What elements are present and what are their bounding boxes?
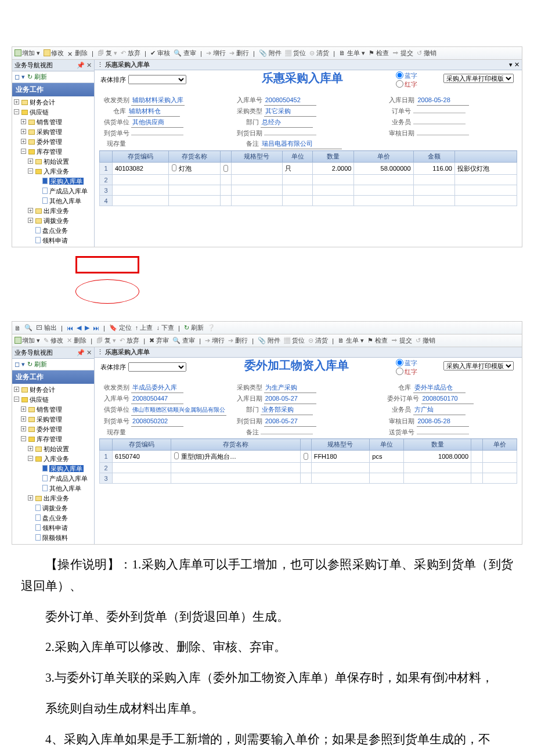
tree-in[interactable]: −入库业务 采购入库单 产成品入库单 其他入库单 [28, 167, 94, 206]
para-6: 4、采购入库单如果是手工新增的，则需要输入单价；如果是参照到货单生成的，不 [21, 729, 513, 750]
tree-stk[interactable]: −库存管理 +初始设置 −入库业务 采购入库单 产成品入库单 其他入库单 +出库… [21, 147, 94, 246]
nav-refresh[interactable]: ↻ 刷新 [27, 73, 47, 81]
btn-add[interactable]: 增加 ▾ [15, 336, 40, 345]
val-shrq [417, 135, 469, 135]
val-sflb[interactable]: 辅助材料采购入库 [131, 95, 185, 106]
btn-locate[interactable]: 🔖 定位 [109, 323, 132, 332]
screenshot-1: 增加 ▾ 修改 ✕删除 | 🗐 复 ▾ ↶ 放弃 | ✔ 审核 🔍 查审 | ➔… [12, 46, 522, 247]
col-spec[interactable]: 规格型号 [231, 151, 283, 163]
tmpl-select[interactable]: 采购入库单打印模版 [443, 74, 514, 83]
grid-row[interactable]: 3 [100, 185, 517, 196]
nav-prev[interactable]: ◀ [77, 324, 81, 332]
col-qty[interactable]: 数量 [313, 151, 354, 163]
grid-row[interactable]: 4 [100, 196, 517, 206]
main-panel-2: ⋮ 乐惠采购入库单 表体排序 委外加工物资入库单 蓝字 红字 采购入库单打印模版… [95, 347, 522, 544]
val-cglx[interactable]: 其它采购 [264, 106, 316, 117]
qbtn-2[interactable]: 🔍 [24, 324, 33, 332]
btn-edit[interactable]: 修改 [44, 49, 64, 57]
btn-del[interactable]: ✕删除 [67, 49, 88, 57]
tree-out[interactable]: +委外管理 [21, 137, 94, 147]
val-dhd [131, 135, 183, 135]
tree-cp[interactable]: 产成品入库单 [35, 186, 94, 196]
btn-delrow: ➔ 删行 [228, 336, 248, 345]
btn-undo: ↺ 撤销 [417, 49, 436, 57]
tree-sale[interactable]: +销售管理 [21, 117, 94, 127]
grid-2: 存货编码 存货名称 规格型号 单位 数量 单价 1 6150740 重型(细)升… [99, 438, 517, 484]
btn-check[interactable]: ⚑ 检查 [367, 336, 388, 345]
btn-addrow: ➔ 增行 [206, 49, 226, 57]
nav-next[interactable]: ▶ [85, 324, 89, 332]
radio-blue[interactable] [396, 71, 403, 79]
querybar: 🗎 🔍 ⮹ 输出 | ⏮ ◀ ▶ ⏭ | 🔖 定位 ↑ 上查 ↓ 下查 | ↻ … [12, 322, 522, 334]
lbl-dhd: 到货单号 [99, 128, 129, 138]
grid-row[interactable]: 3 [100, 473, 517, 484]
btn-make[interactable]: 🗎 生单 ▾ [338, 336, 364, 345]
para-2: 委外订单、委外到货单（到货退回单）生成。 [21, 606, 513, 628]
btn-undo: ↺ 撤销 [416, 336, 435, 345]
col-amt[interactable]: 金额 [413, 151, 454, 163]
radio-red[interactable] [396, 80, 403, 88]
tab-title: 乐惠采购入库单 [105, 60, 150, 69]
btn-down[interactable]: ↓ 下查 [156, 323, 174, 332]
tree-sc[interactable]: −供应链 +销售管理 +采购管理 +委外管理 −库存管理 +初始设置 −入库业务… [15, 107, 94, 246]
tree-fa[interactable]: +财务会计 [15, 98, 94, 107]
btn-check[interactable]: ⚑ 检查 [369, 49, 389, 57]
col-unit[interactable]: 单位 [283, 151, 313, 163]
qbtn-export[interactable]: ⮹ 输出 [36, 323, 57, 332]
val-rkdh[interactable]: 2008050452 [264, 95, 316, 106]
nav-first[interactable]: ⏮ [67, 325, 73, 332]
btn-up[interactable]: ↑ 上查 [135, 323, 153, 332]
btn-query[interactable]: 🔍 查审 [172, 336, 195, 345]
val-bm[interactable]: 总经办 [261, 117, 313, 128]
form-title: 乐惠采购入库单 [262, 70, 343, 86]
grid-1: 存货编码 存货名称 规格型号 单位 数量 单价 金额 1 40103082 灯泡… [99, 150, 517, 206]
grid-row[interactable]: 1 6150740 重型(细)升高炮台… FFH180 pcs 1008.000… [100, 451, 517, 463]
val-rkrq[interactable]: 2008-05-28 [417, 95, 469, 106]
btn-audit[interactable]: ✔ 审核 [150, 49, 170, 57]
tree-lq[interactable]: 领料申请 [28, 236, 94, 246]
btn-query[interactable]: 🔍 查审 [174, 49, 196, 57]
grid-row[interactable]: 2 [100, 463, 517, 473]
col-code[interactable]: 存货编码 [113, 151, 169, 163]
tree-adj[interactable]: +调拨业务 [28, 216, 94, 226]
grid-row[interactable]: 1 40103082 灯泡 只 2.0000 58.000000 116.00 … [100, 163, 517, 175]
tree-cg[interactable]: 采购入库单 [35, 177, 94, 186]
nav-last[interactable]: ⏭ [93, 325, 99, 332]
tree-outb[interactable]: +出库业务 [28, 206, 94, 216]
tab-menu[interactable]: ▾ ✕ [509, 61, 519, 69]
tree-buy[interactable]: +采购管理 [21, 127, 94, 137]
lbl-ywy: 业务员 [384, 117, 411, 127]
tree-init[interactable]: +初始设置 [28, 157, 94, 167]
col-price[interactable]: 单价 [354, 151, 413, 163]
lbl-dhrq: 到货日期 [232, 128, 262, 138]
clip-icon [223, 164, 229, 172]
btn-add[interactable]: 增加 ▾ [15, 49, 40, 57]
val-gh[interactable]: 其他供应商 [131, 117, 183, 128]
tree-qt[interactable]: 其他入库单 [35, 196, 94, 206]
drag-handle[interactable]: ⋮ [97, 61, 103, 69]
val-bz[interactable]: 瑞昌电器有限公司 [261, 138, 342, 149]
lbl-cglx: 采购类型 [232, 106, 262, 116]
btn-make[interactable]: 🗎 生单 ▾ [339, 49, 365, 57]
qbtn-1[interactable]: 🗎 [15, 325, 21, 332]
red-oval-annotation [75, 279, 139, 304]
btn-help[interactable]: ❔ [207, 324, 215, 332]
sort-select[interactable] [128, 75, 186, 84]
nav-title: 业务导航视图 [15, 61, 53, 70]
val-ywy[interactable] [413, 124, 466, 124]
para-5: 系统则自动生成材料出库单。 [21, 698, 513, 719]
btn-attach: 📎 附件 [259, 49, 282, 57]
val-ddh[interactable] [413, 113, 466, 113]
btn-drop: ↶ 放弃 [120, 336, 139, 345]
col-name[interactable]: 存货名称 [168, 151, 220, 163]
grid-row[interactable]: 2 [100, 175, 517, 185]
tree-pd[interactable]: 盘点业务 [28, 226, 94, 236]
nav-back[interactable]: ◻ ▾ [15, 73, 25, 81]
screenshot-2: 🗎 🔍 ⮹ 输出 | ⏮ ◀ ▶ ⏭ | 🔖 定位 ↑ 上查 ↓ 下查 | ↻ … [12, 321, 522, 545]
nav-pin[interactable]: 📌 ✕ [77, 62, 92, 69]
toolbar-main-2: 增加 ▾ ✎ 修改 ✕ 删除 | 🗐 复 ▾ ↶ 放弃 | ✖ 弃审 🔍 查审 … [12, 334, 522, 347]
btn-abandon[interactable]: ✖ 弃审 [149, 336, 169, 345]
val-ck[interactable]: 辅助材料仓 [128, 106, 180, 117]
clip-icon [171, 164, 177, 172]
btn-refresh[interactable]: ↻ 刷新 [184, 323, 204, 332]
